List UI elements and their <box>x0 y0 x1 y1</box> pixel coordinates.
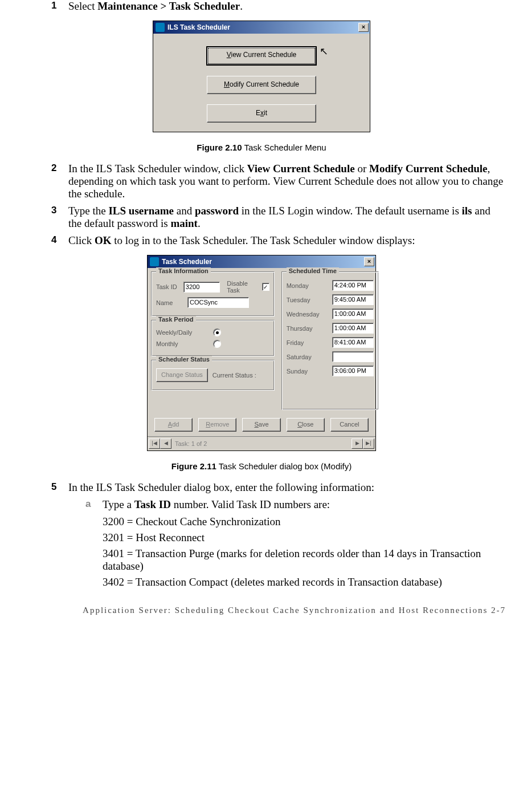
wednesday-label: Wednesday <box>287 311 332 318</box>
step-4: 4 Click OK to log in to the Task Schedul… <box>51 234 506 247</box>
taskid-3200-line: 3200 = Checkout Cache Synchronization <box>103 515 506 528</box>
step-1: 1 Select Maintenance > Task Scheduler. <box>51 0 506 13</box>
step-5-num: 5 <box>51 481 56 493</box>
monthly-radio[interactable] <box>213 340 221 348</box>
step-3-text: Type the ILS username and password in th… <box>68 205 491 229</box>
nav-prev-button[interactable]: ◀ <box>160 439 171 449</box>
sunday-label: Sunday <box>287 368 332 375</box>
task-period-legend: Task Period <box>156 316 196 323</box>
save-button[interactable]: Save <box>242 418 280 432</box>
task-scheduler-dialog: Task Scheduler × Task Information Task I… <box>147 255 376 451</box>
dialog2-titlebar: Task Scheduler × <box>148 255 375 268</box>
page-footer: Application Server: Scheduling Checkout … <box>17 606 506 615</box>
nav-last-button[interactable]: ▶| <box>363 439 374 449</box>
scheduled-time-legend: Scheduled Time <box>287 267 339 274</box>
dialog1-title: ILS Task Scheduler <box>167 23 230 31</box>
step-2-num: 2 <box>51 163 56 174</box>
step-3: 3 Type the ILS username and password in … <box>51 205 506 230</box>
nav-first-button[interactable]: |◀ <box>149 439 160 449</box>
weekly-daily-label: Weekly/Daily <box>156 329 213 336</box>
modify-current-schedule-button[interactable]: Modify Current Schedule <box>207 76 316 94</box>
task-id-label: Task ID <box>156 283 183 290</box>
monthly-label: Monthly <box>156 340 213 347</box>
cursor-icon: ↖ <box>320 44 328 59</box>
disable-task-label: Disable Task <box>227 280 258 294</box>
step-2-text: In the ILS Task Scheduler window, click … <box>68 163 503 200</box>
close-button[interactable]: Close <box>287 418 325 432</box>
saturday-label: Saturday <box>287 354 332 360</box>
scheduler-status-group: Scheduler Status Change Status Current S… <box>151 360 275 391</box>
nav-position-label: Task: 1 of 2 <box>175 440 207 447</box>
step-5a: a Type a Task ID number. Valid Task ID n… <box>85 498 506 511</box>
cancel-button[interactable]: Cancel <box>330 418 369 432</box>
friday-label: Friday <box>287 339 332 346</box>
step-1-text: Select Maintenance > Task Scheduler. <box>68 0 243 12</box>
monday-label: Monday <box>287 282 332 289</box>
step-1-num: 1 <box>51 0 56 11</box>
task-information-legend: Task Information <box>156 267 211 274</box>
change-status-button[interactable]: Change Status <box>156 368 208 382</box>
step-4-num: 4 <box>51 234 56 246</box>
name-label: Name <box>156 299 187 306</box>
wednesday-input[interactable]: 1:00:00 AM <box>332 308 374 319</box>
task-period-group: Task Period Weekly/Daily Monthly <box>151 320 275 356</box>
step-4-text: Click OK to log in to the Task Scheduler… <box>68 234 415 246</box>
current-status-label: Current Status : <box>213 372 256 379</box>
app-icon <box>150 257 159 266</box>
task-id-input[interactable]: 3200 <box>183 282 220 293</box>
figure-2-11-caption: Figure 2.11 Task Scheduler dialog box (M… <box>17 461 506 471</box>
scheduler-status-legend: Scheduler Status <box>156 356 212 363</box>
monday-input[interactable]: 4:24:00 PM <box>332 280 374 291</box>
thursday-label: Thursday <box>287 325 332 332</box>
step-5: 5 In the ILS Task Scheduler dialog box, … <box>51 481 506 588</box>
ils-task-scheduler-dialog: ILS Task Scheduler × View Current Schedu… <box>153 21 370 132</box>
thursday-input[interactable]: 1:00:00 AM <box>332 323 374 334</box>
close-icon[interactable]: × <box>358 23 369 32</box>
taskid-3402-line: 3402 = Transaction Compact (deletes mark… <box>103 576 506 588</box>
add-button[interactable]: Add <box>154 418 193 432</box>
dialog2-title: Task Scheduler <box>162 258 212 266</box>
taskid-3401-line: 3401 = Transaction Purge (marks for dele… <box>103 547 506 573</box>
scheduled-time-group: Scheduled Time Monday4:24:00 PM Tuesday9… <box>281 271 379 410</box>
weekly-daily-radio[interactable] <box>213 328 221 336</box>
app-icon <box>156 23 165 32</box>
name-input[interactable]: COCSync <box>187 297 249 308</box>
nav-next-button[interactable]: ▶ <box>352 439 363 449</box>
disable-task-checkbox[interactable]: ✓ <box>262 283 269 291</box>
record-navigator: |◀ ◀ Task: 1 of 2 ▶ ▶| <box>148 436 375 450</box>
task-information-group: Task Information Task ID 3200 Disable Ta… <box>151 271 275 316</box>
dialog1-titlebar: ILS Task Scheduler × <box>153 21 370 34</box>
friday-input[interactable]: 8:41:00 AM <box>332 337 374 348</box>
taskid-3201-line: 3201 = Host Reconnect <box>103 531 506 544</box>
tuesday-label: Tuesday <box>287 297 332 303</box>
close-icon[interactable]: × <box>364 257 374 266</box>
step-5-text: In the ILS Task Scheduler dialog box, en… <box>68 481 374 493</box>
figure-2-10-caption: Figure 2.10 Task Scheduler Menu <box>17 143 506 152</box>
remove-button[interactable]: Remove <box>198 418 236 432</box>
saturday-input[interactable] <box>332 351 374 362</box>
step-5a-letter: a <box>85 498 91 510</box>
sunday-input[interactable]: 3:06:00 PM <box>332 366 374 376</box>
step-3-num: 3 <box>51 205 56 216</box>
tuesday-input[interactable]: 9:45:00 AM <box>332 294 374 305</box>
view-current-schedule-button[interactable]: View Current Schedule ↖ <box>206 46 317 66</box>
exit-button[interactable]: Exit <box>207 104 316 123</box>
step-5a-text: Type a Task ID number. Valid Task ID num… <box>103 498 330 510</box>
step-2: 2 In the ILS Task Scheduler window, clic… <box>51 163 506 200</box>
